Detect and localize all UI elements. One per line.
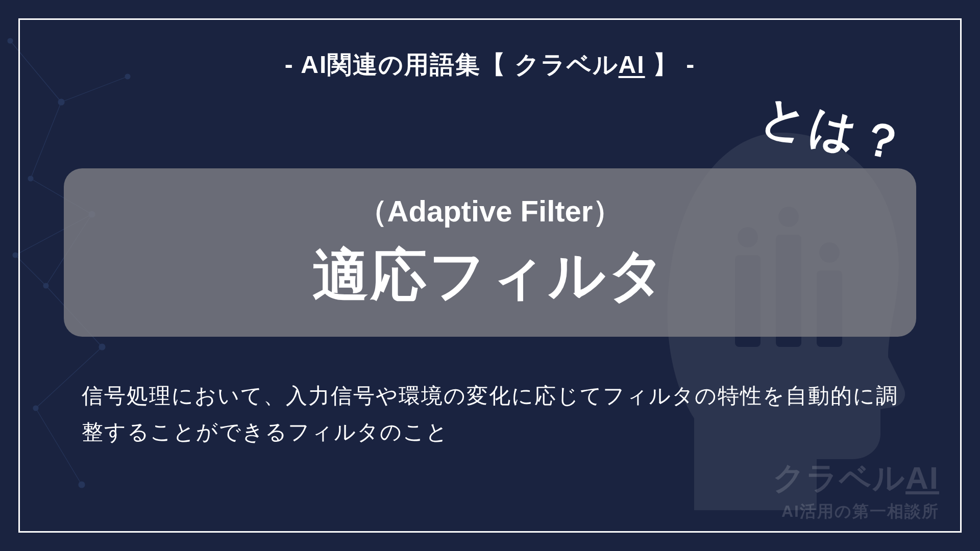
brand-name: クラベルAI: [773, 457, 939, 499]
brand-watermark: クラベルAI AI活用の第一相談所: [773, 457, 939, 523]
svg-point-10: [8, 38, 13, 43]
term-description: 信号処理において、入力信号や環境の変化に応じてフィルタの特性を自動的に調整するこ…: [82, 378, 898, 450]
svg-point-18: [13, 253, 18, 258]
header-suffix: 】 -: [645, 51, 696, 78]
header-prefix: - AI関連の用語集【 クラベル: [285, 51, 619, 78]
brand-tagline: AI活用の第一相談所: [773, 500, 939, 523]
term-english: （Adaptive Filter）: [358, 192, 623, 232]
header-ai: AI: [619, 51, 645, 78]
brand-name-prefix: クラベル: [773, 460, 905, 495]
brand-name-ai: AI: [905, 460, 939, 495]
term-container: （Adaptive Filter） 適応フィルタ: [64, 168, 916, 337]
glossary-header: - AI関連の用語集【 クラベルAI 】 -: [0, 48, 980, 81]
term-japanese: 適応フィルタ: [312, 238, 668, 314]
